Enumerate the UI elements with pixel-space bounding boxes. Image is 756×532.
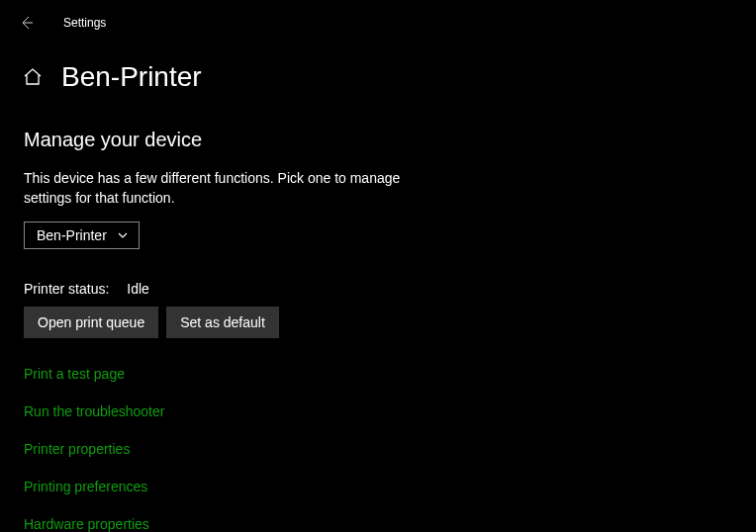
- title-row: Ben-Printer: [0, 36, 756, 93]
- chevron-down-icon: [117, 229, 129, 241]
- back-icon[interactable]: [18, 14, 36, 32]
- hardware-properties-link[interactable]: Hardware properties: [24, 516, 756, 532]
- section-title: Manage your device: [24, 129, 756, 151]
- button-row: Open print queue Set as default: [24, 307, 756, 338]
- section-description: This device has a few different function…: [24, 169, 439, 208]
- home-icon[interactable]: [22, 66, 44, 88]
- links-section: Print a test page Run the troubleshooter…: [24, 366, 756, 532]
- page-title: Ben-Printer: [61, 61, 202, 93]
- printing-preferences-link[interactable]: Printing preferences: [24, 479, 756, 494]
- header-bar: Settings: [0, 0, 756, 36]
- run-troubleshooter-link[interactable]: Run the troubleshooter: [24, 403, 756, 419]
- set-as-default-button[interactable]: Set as default: [166, 307, 279, 338]
- status-label: Printer status:: [24, 281, 109, 297]
- header-label: Settings: [63, 16, 106, 30]
- status-row: Printer status: Idle: [24, 281, 756, 297]
- status-value: Idle: [127, 281, 149, 297]
- printer-properties-link[interactable]: Printer properties: [24, 441, 756, 457]
- function-dropdown[interactable]: Ben-Printer: [24, 222, 140, 249]
- open-print-queue-button[interactable]: Open print queue: [24, 307, 158, 338]
- dropdown-selected: Ben-Printer: [37, 227, 107, 243]
- content-area: Manage your device This device has a few…: [0, 93, 756, 532]
- print-test-page-link[interactable]: Print a test page: [24, 366, 756, 382]
